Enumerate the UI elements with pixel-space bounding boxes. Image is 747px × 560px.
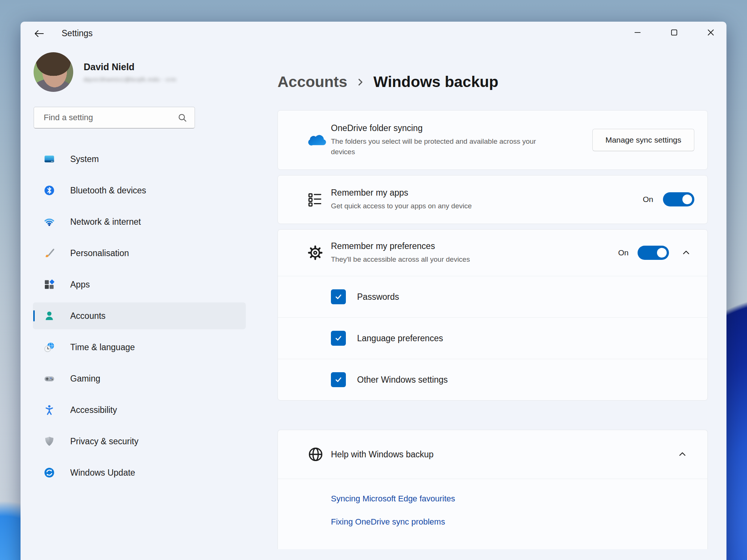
desktop-wallpaper: Settings [0,0,747,560]
remember-apps-description: Get quick access to your apps on any dev… [331,201,643,211]
profile-email-blurred: dqvnr3hwmtx1@bcqfk.mdo - crm [84,76,176,83]
passwords-label: Passwords [357,292,399,302]
chevron-right-icon [356,77,365,88]
sidebar-item-windows-update[interactable]: Windows Update [33,459,246,486]
onedrive-cloud-icon [307,133,331,147]
toggle-knob [682,195,692,204]
main-content: Accounts Windows backup [248,46,726,560]
clock-globe-icon [43,341,55,353]
window-title: Settings [62,28,93,38]
passwords-checkbox[interactable] [331,289,346,304]
remember-apps-card: Remember my apps Get quick access to you… [278,175,708,224]
search-input[interactable] [34,113,168,122]
bluetooth-icon [43,184,55,196]
sidebar-item-apps[interactable]: Apps [33,271,246,298]
language-preferences-checkbox[interactable] [331,331,346,346]
sidebar-item-time-language[interactable]: Time & language [33,334,246,361]
update-arrows-icon [43,467,55,479]
system-icon [43,153,55,165]
sidebar-item-accounts[interactable]: Accounts [33,302,246,329]
settings-window: Settings [21,22,726,560]
titlebar: Settings [21,22,726,46]
search-icon [177,113,188,123]
gear-icon [307,245,331,261]
profile-name: David Nield [84,62,176,72]
remember-preferences-card: Remember my preferences They'll be acces… [278,229,708,401]
remember-preferences-title: Remember my preferences [331,241,618,251]
wifi-icon [43,216,55,228]
search-box [34,107,195,128]
onedrive-title: OneDrive folder syncing [331,123,592,133]
back-button[interactable] [29,25,50,42]
sidebar-item-label: Gaming [70,374,100,384]
check-icon [334,293,342,301]
passwords-row: Passwords [278,276,707,317]
sidebar-item-label: Bluetooth & devices [70,186,146,196]
sidebar-item-system[interactable]: System [33,146,246,172]
sidebar-item-label: Time & language [70,342,135,352]
other-windows-settings-row: Other Windows settings [278,359,707,400]
sidebar-item-label: System [70,154,99,164]
onedrive-description: The folders you select will be protected… [331,136,540,157]
apps-list-icon [307,192,331,207]
chevron-up-icon [678,449,687,459]
onedrive-sync-card: OneDrive folder syncing The folders you … [278,110,708,170]
gamepad-icon [43,373,55,385]
collapse-preferences-button[interactable] [678,245,694,261]
sidebar-item-label: Accessibility [70,405,117,415]
remember-apps-state: On [643,195,653,204]
close-button[interactable] [699,22,723,43]
sidebar-item-privacy-security[interactable]: Privacy & security [33,428,246,455]
shield-icon [43,435,55,447]
manage-sync-settings-button[interactable]: Manage sync settings [592,129,694,151]
sidebar: David Nield dqvnr3hwmtx1@bcqfk.mdo - crm [21,46,248,560]
sidebar-item-bluetooth-devices[interactable]: Bluetooth & devices [33,177,246,204]
page-title: Windows backup [374,73,499,91]
breadcrumb-accounts[interactable]: Accounts [278,73,347,91]
minimize-button[interactable] [626,22,650,43]
sidebar-item-label: Privacy & security [70,436,139,447]
check-icon [334,376,342,384]
help-link-onedrive-problems[interactable]: Fixing OneDrive sync problems [331,517,445,527]
collapse-help-button[interactable] [674,446,691,463]
globe-icon [307,446,331,463]
other-windows-settings-label: Other Windows settings [357,375,448,385]
remember-preferences-state: On [618,248,629,257]
sidebar-item-personalisation[interactable]: Personalisation [33,240,246,267]
language-preferences-row: Language preferences [278,318,707,359]
sidebar-item-network-internet[interactable]: Network & internet [33,208,246,235]
language-preferences-label: Language preferences [357,333,443,343]
help-link-edge-favourites[interactable]: Syncing Microsoft Edge favourites [331,494,455,504]
paintbrush-icon [43,247,55,259]
maximize-icon [670,28,679,37]
person-icon [43,310,55,322]
avatar [34,52,73,92]
other-windows-settings-checkbox[interactable] [331,372,346,387]
sidebar-item-label: Apps [70,280,90,290]
close-icon [706,28,715,37]
check-icon [334,334,342,342]
maximize-button[interactable] [662,22,686,43]
remember-preferences-toggle[interactable] [638,246,669,260]
help-title: Help with Windows backup [331,449,674,460]
sidebar-item-label: Accounts [70,311,106,321]
sidebar-item-accessibility[interactable]: Accessibility [33,396,246,423]
remember-apps-toggle[interactable] [663,192,694,206]
accessibility-person-icon [43,404,55,416]
sidebar-item-label: Windows Update [70,468,135,478]
chevron-up-icon [681,248,691,258]
toggle-knob [657,248,667,258]
sidebar-item-gaming[interactable]: Gaming [33,365,246,392]
apps-icon [43,279,55,290]
remember-apps-title: Remember my apps [331,188,643,198]
remember-preferences-description: They'll be accessible across all your de… [331,254,618,265]
profile-row[interactable]: David Nield dqvnr3hwmtx1@bcqfk.mdo - crm [34,52,248,92]
sidebar-item-label: Personalisation [70,248,129,258]
breadcrumb: Accounts Windows backup [278,73,708,91]
help-card: Help with Windows backup Syncing Microso… [278,430,708,549]
minimize-icon [633,28,642,37]
sidebar-item-label: Network & internet [70,217,141,227]
back-arrow-icon [32,28,46,40]
